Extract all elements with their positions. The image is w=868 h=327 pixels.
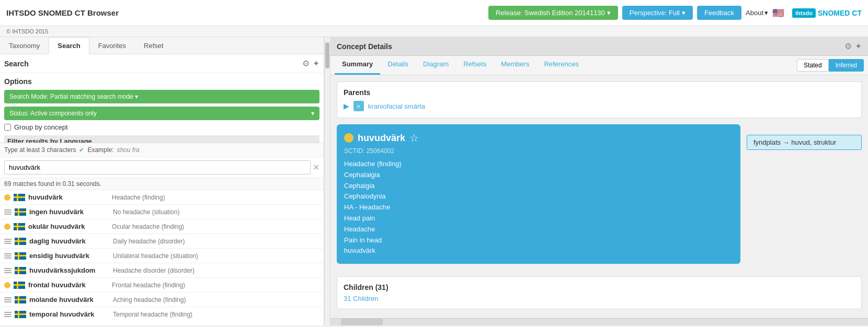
gear-icon[interactable]: ✦ [313, 59, 319, 68]
feedback-button[interactable]: Feedback [697, 6, 741, 20]
group-by-concept-label: Group by concept [14, 123, 68, 131]
snomed-logo: SNOMED CT [818, 9, 862, 17]
synonym-item: HA - Headache [344, 202, 733, 213]
stated-button[interactable]: Stated [797, 59, 829, 72]
concept-settings-icon[interactable]: ⚙ [844, 41, 852, 51]
concept-sctid: SCTID: 25064002 [344, 147, 733, 155]
navbar-actions: Release: Swedish Edition 20141130 ▾ Pers… [488, 6, 862, 20]
synonym-item: huvudvärk [344, 246, 733, 256]
fyndplats-box: fyndplats → huvud, struktur [747, 135, 862, 150]
children-link[interactable]: 31 Children [344, 295, 379, 302]
result-english-term: Frontal headache (finding) [112, 282, 185, 289]
example-label: Example: [87, 146, 113, 154]
result-item[interactable]: temporal huvudvärk Temporal headache (fi… [0, 307, 324, 321]
clear-search-button[interactable]: ✕ [313, 162, 319, 172]
tab-summary[interactable]: Summary [335, 56, 380, 75]
result-dot-icon [4, 282, 10, 288]
concept-dot-icon [344, 133, 353, 143]
bottom-scrollbar[interactable] [330, 318, 868, 325]
ihtsdo-logo: ihtsdo [792, 8, 816, 18]
result-item[interactable]: frontal huvudvärk Frontal headache (find… [0, 278, 324, 293]
result-item[interactable]: daglig huvudvärk Daily headache (disorde… [0, 234, 324, 249]
parents-box: Parents ▶ ≡ kraniofacial smärta [337, 81, 862, 118]
about-button[interactable]: About ▾ [746, 9, 768, 17]
tab-references[interactable]: References [536, 56, 586, 75]
search-mode-dropdown-icon: ▾ [135, 93, 138, 100]
status-label: Status: Active components only [9, 110, 97, 117]
flag-icon[interactable]: 🇺🇸 [772, 7, 784, 19]
synonym-item: Cephalodynia [344, 191, 733, 202]
concept-gear-icon[interactable]: ✦ [855, 41, 862, 51]
synonym-item: Headache [344, 224, 733, 235]
status-dropdown-icon: ▾ [311, 110, 314, 117]
result-item[interactable]: ingen huvudvärk No headache (situation) [0, 205, 324, 219]
concept-tabs: Summary Details Diagram Refsets Members … [330, 56, 868, 75]
group-by-concept-row: Group by concept [4, 123, 319, 131]
status-button[interactable]: Status: Active components only ▾ [4, 107, 319, 120]
search-panel-header: Search ⚙ ✦ [0, 54, 324, 73]
tab-members[interactable]: Members [494, 56, 536, 75]
search-input[interactable] [4, 160, 311, 174]
synonym-item: Cephalgia [344, 181, 733, 192]
left-scrollbar[interactable] [324, 37, 330, 325]
perspective-dropdown-icon: ▾ [682, 9, 686, 17]
parent-item[interactable]: ▶ ≡ kraniofacial smärta [344, 101, 855, 111]
children-title: Children (31) [344, 283, 855, 291]
result-item[interactable]: huvudvärkssjukdom Headache disorder (dis… [0, 263, 324, 278]
synonym-item: Cephalalgia [344, 170, 733, 181]
right-panel: Concept Details ⚙ ✦ Summary Details Diag… [330, 37, 868, 325]
app-title: IHTSDO SNOMED CT Browser [6, 8, 488, 17]
concept-synonyms: Headache (finding) Cephalalgia Cephalgia… [344, 159, 733, 256]
perspective-button[interactable]: Perspective: Full ▾ [622, 6, 693, 20]
search-results: Type at least 3 characters ✔ Example: sh… [0, 143, 324, 325]
left-scroll-thumb [325, 42, 329, 68]
result-swedish-term: frontal huvudvärk [28, 281, 112, 289]
settings-icon[interactable]: ⚙ [302, 59, 310, 68]
result-english-term: Aching headache (finding) [113, 296, 186, 303]
release-button[interactable]: Release: Swedish Edition 20141130 ▾ [488, 6, 618, 20]
result-swedish-term: huvudvärkssjukdom [29, 266, 113, 274]
flag-se-icon [14, 194, 25, 201]
result-swedish-term: ensidig huvudvärk [29, 252, 113, 260]
tab-diagram[interactable]: Diagram [416, 56, 456, 75]
tab-refset[interactable]: Refset [135, 37, 173, 54]
flag-se-icon [15, 311, 26, 318]
left-tabs: Taxonomy Search Favorites Refset [0, 37, 324, 54]
result-swedish-term: molande huvudvärk [29, 296, 113, 303]
flag-se-icon [15, 252, 26, 260]
tab-taxonomy[interactable]: Taxonomy [0, 37, 49, 54]
tab-search[interactable]: Search [49, 37, 89, 54]
tab-details[interactable]: Details [380, 56, 416, 75]
result-english-term: Headache disorder (disorder) [113, 267, 195, 274]
concept-details-title: Concept Details [337, 42, 392, 51]
header-icons: ⚙ ✦ [844, 41, 862, 51]
navbar: IHTSDO SNOMED CT Browser Release: Swedis… [0, 0, 868, 26]
result-swedish-term: okulär huvudvärk [28, 223, 112, 230]
about-label: About [746, 9, 763, 17]
about-dropdown-icon: ▾ [764, 9, 768, 17]
result-item[interactable]: ensidig huvudvärk Unilateral headache (s… [0, 249, 324, 263]
result-lines-icon [4, 296, 12, 303]
result-item[interactable]: molande huvudvärk Aching headache (findi… [0, 293, 324, 307]
fyndplats-area: fyndplats → huvud, struktur [747, 124, 862, 270]
inferred-button[interactable]: Inferred [829, 59, 864, 72]
example-value: shou fra [117, 146, 139, 154]
result-item[interactable]: okulär huvudvärk Ocular headache (findin… [0, 219, 324, 234]
options-section: Options Search Mode: Partial matching se… [0, 73, 324, 143]
parents-title: Parents [344, 88, 855, 97]
concept-card-row: huvudvärk ☆ SCTID: 25064002 Headache (fi… [337, 124, 862, 270]
filter-language-title: Filter results by Language [4, 135, 319, 143]
synonym-item: Head pain [344, 213, 733, 224]
concept-card-header: huvudvärk ☆ [344, 132, 733, 144]
result-lines-icon [4, 238, 12, 245]
result-item[interactable]: huvudvärk Headache (finding) [0, 190, 324, 205]
tab-refsets[interactable]: Refsets [456, 56, 494, 75]
group-by-concept-checkbox[interactable] [4, 124, 11, 131]
result-english-term: Headache (finding) [112, 194, 165, 201]
star-button[interactable]: ☆ [409, 132, 419, 144]
search-mode-button[interactable]: Search Mode: Partial matching search mod… [4, 90, 319, 103]
bottom-scroll-thumb [341, 319, 383, 325]
copyright-bar: © IHTSDO 2015 [0, 26, 868, 37]
results-count: 69 matches found in 0.31 seconds. [0, 178, 324, 190]
tab-favorites[interactable]: Favorites [89, 37, 135, 54]
